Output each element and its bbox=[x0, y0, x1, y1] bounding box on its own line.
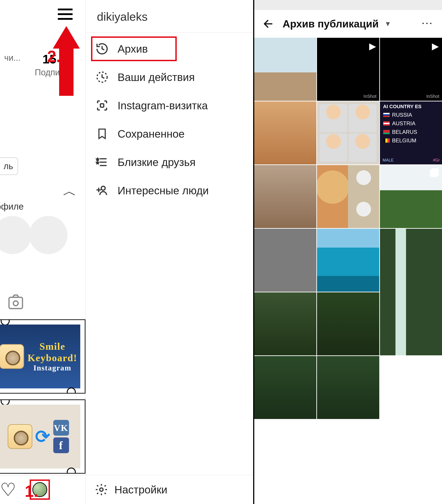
archive-post[interactable] bbox=[317, 165, 379, 228]
svg-point-4 bbox=[101, 186, 105, 190]
status-bar bbox=[254, 0, 442, 10]
archive-post[interactable] bbox=[254, 38, 316, 101]
country-name: BELGIUM bbox=[392, 137, 416, 144]
country-name: BELARUS bbox=[392, 129, 417, 135]
carousel-icon bbox=[431, 168, 439, 176]
flag-be-icon bbox=[383, 138, 390, 143]
bookmark-icon bbox=[95, 126, 109, 141]
menu-label: Интересные люди bbox=[118, 184, 209, 197]
facebook-icon: f bbox=[53, 437, 69, 453]
tile-title: AI COUNTRY ES bbox=[383, 104, 439, 109]
vk-icon: VK bbox=[53, 420, 69, 436]
svg-rect-3 bbox=[101, 104, 104, 107]
archive-grid: ▶ InShot ▶ InShot AI COUNTRY ES RUSSIA A… bbox=[254, 38, 442, 504]
profile-info-text: рофиле bbox=[0, 201, 24, 212]
profile-feed: Smile Keyboard! Instagram ⟳ VK f bbox=[0, 319, 86, 501]
post-brand: Instagram bbox=[28, 364, 77, 372]
annotation-step-1: 1. bbox=[25, 482, 38, 500]
kebab-menu-icon[interactable]: ⋮ bbox=[421, 18, 434, 30]
drawer-menu: Архив Ваши действия Instagram-визитка bbox=[86, 33, 253, 206]
play-icon: ▶ bbox=[369, 41, 376, 51]
watermark: InShot bbox=[426, 94, 439, 99]
archive-post[interactable] bbox=[317, 356, 379, 419]
menu-item-nametag[interactable]: Instagram-визитка bbox=[86, 91, 253, 120]
menu-item-activity[interactable]: Ваши действия bbox=[86, 63, 253, 91]
archive-header: Архив публикаций ▼ ⋮ bbox=[254, 10, 442, 38]
highlight-bubble[interactable] bbox=[29, 216, 68, 254]
archive-post[interactable] bbox=[254, 229, 316, 292]
chevron-up-icon[interactable]: ︿ bbox=[63, 182, 76, 200]
menu-item-close-friends[interactable]: Близкие друзья bbox=[86, 148, 253, 176]
country-name: AUSTRIA bbox=[392, 120, 415, 127]
country-name: RUSSIA bbox=[392, 112, 412, 118]
feed-post[interactable]: Smile Keyboard! Instagram bbox=[0, 319, 86, 394]
gear-icon bbox=[95, 483, 108, 496]
menu-label: Архив bbox=[118, 43, 148, 55]
dropdown-caret-icon: ▼ bbox=[385, 20, 391, 28]
instagram-camera-icon bbox=[8, 424, 32, 449]
annotation-arrow bbox=[55, 26, 78, 96]
archive-post[interactable] bbox=[380, 229, 442, 355]
hamburger-menu-button[interactable] bbox=[55, 6, 75, 22]
archive-title: Архив публикаций bbox=[283, 18, 379, 30]
settings-label: Настройки bbox=[114, 484, 167, 496]
play-icon: ▶ bbox=[432, 41, 439, 51]
post-text: Smile bbox=[28, 341, 77, 352]
side-drawer: dikiyaleks Архив Ваши действия Instagram bbox=[86, 0, 253, 504]
watermark: InShot bbox=[364, 94, 377, 99]
archive-post[interactable]: AI COUNTRY ES RUSSIA AUSTRIA BELARUS BEL… bbox=[380, 101, 442, 164]
close-friends-icon bbox=[95, 155, 109, 170]
tagged-tab-icon[interactable] bbox=[7, 293, 25, 311]
svg-rect-0 bbox=[9, 297, 22, 308]
archive-post[interactable] bbox=[317, 229, 379, 292]
flag-at-icon bbox=[383, 121, 390, 126]
menu-item-archive[interactable]: Архив bbox=[86, 35, 253, 63]
archive-dropdown[interactable]: Архив публикаций ▼ bbox=[283, 18, 391, 30]
feed-post[interactable]: ⟳ VK f bbox=[0, 399, 86, 474]
stat-col-1[interactable]: чи... bbox=[0, 52, 25, 77]
flag-ru-icon bbox=[383, 113, 390, 117]
menu-item-discover[interactable]: Интересные люди bbox=[86, 176, 253, 205]
post-text: Keyboard! bbox=[28, 352, 77, 364]
archive-post[interactable] bbox=[254, 101, 316, 164]
stat-label: чи... bbox=[0, 53, 25, 63]
tile-sub: MALE bbox=[383, 158, 394, 162]
menu-item-saved[interactable]: Сохраненное bbox=[86, 120, 253, 148]
archive-post[interactable] bbox=[254, 165, 316, 228]
discover-people-icon bbox=[95, 183, 109, 198]
archive-post[interactable] bbox=[317, 101, 379, 164]
instagram-camera-icon bbox=[0, 344, 24, 369]
archive-post-video[interactable]: ▶ InShot bbox=[317, 38, 379, 101]
nametag-icon bbox=[95, 98, 109, 113]
left-screenshot: чи... 15 Подпис ль ︿ рофиле Smile bbox=[0, 0, 253, 504]
archive-post-video[interactable]: ▶ InShot bbox=[380, 38, 442, 101]
sync-icon: ⟳ bbox=[35, 426, 51, 447]
menu-label: Instagram-визитка bbox=[118, 99, 208, 112]
menu-label: Ваши действия bbox=[118, 71, 195, 83]
story-highlights[interactable] bbox=[0, 216, 36, 259]
archive-icon bbox=[95, 41, 109, 56]
archive-post[interactable] bbox=[317, 292, 379, 355]
archive-post[interactable] bbox=[254, 356, 316, 419]
svg-point-5 bbox=[100, 488, 103, 491]
highlight-bubble[interactable] bbox=[0, 216, 32, 254]
tile-hash: #Gr bbox=[433, 158, 440, 162]
activity-heart-icon[interactable]: ♡ bbox=[0, 479, 16, 500]
edit-profile-button[interactable]: ль bbox=[0, 157, 18, 175]
drawer-username: dikiyaleks bbox=[86, 0, 253, 33]
back-arrow-icon[interactable] bbox=[262, 18, 275, 30]
menu-label: Близкие друзья bbox=[118, 156, 195, 168]
right-screenshot: Архив публикаций ▼ ⋮ ▶ InShot ▶ InShot A… bbox=[253, 0, 442, 504]
drawer-footer-settings[interactable]: Настройки bbox=[86, 475, 253, 504]
svg-point-1 bbox=[13, 301, 18, 306]
bottom-nav: ♡ bbox=[0, 475, 86, 504]
archive-post[interactable] bbox=[254, 292, 316, 355]
flag-by-icon bbox=[383, 130, 390, 134]
archive-post[interactable] bbox=[380, 165, 442, 228]
menu-label: Сохраненное bbox=[118, 128, 185, 140]
activity-icon bbox=[95, 70, 109, 85]
